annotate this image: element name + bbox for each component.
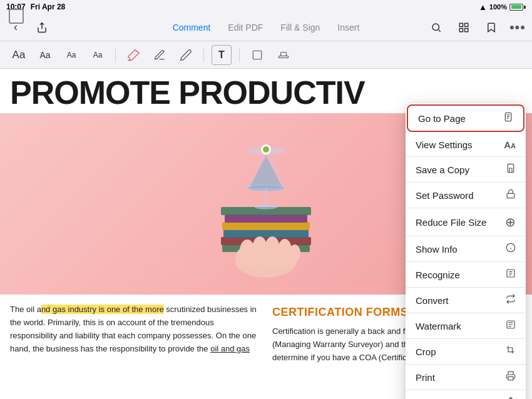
menu-item-save-copy[interactable]: Save a Copy — [406, 157, 526, 183]
watermark-icon — [506, 320, 516, 332]
toolbar-separator-3 — [239, 48, 240, 63]
nav-bar: ‹ Comment Edit PDF Fill & Sign Insert — [0, 14, 532, 41]
menu-item-label-show-info: Show Info — [416, 244, 458, 255]
recognize-icon — [506, 268, 516, 281]
tab-insert[interactable]: Insert — [329, 19, 368, 36]
reduce-file-size-icon: ⊕ — [505, 215, 516, 230]
print-icon — [506, 371, 516, 383]
svg-rect-14 — [225, 215, 307, 223]
svg-rect-5 — [464, 28, 468, 31]
save-copy-icon — [506, 163, 516, 176]
show-info-icon — [506, 243, 516, 255]
menu-item-crop[interactable]: Crop — [406, 339, 526, 365]
pen-tool-button[interactable] — [150, 45, 170, 65]
grid-button[interactable] — [454, 18, 473, 37]
menu-item-label-print: Print — [416, 372, 435, 383]
text-size-medium-button[interactable]: Aa — [35, 45, 55, 65]
menu-item-go-to-page[interactable]: Go to Page — [407, 104, 524, 132]
nav-right-controls: ••• — [427, 18, 526, 37]
svg-rect-12 — [223, 230, 309, 238]
main-content: PROMOTE PRODUCTIV — [0, 69, 532, 399]
share-icon — [506, 396, 516, 399]
highlight-tool-button[interactable] — [123, 45, 143, 65]
convert-icon — [506, 294, 516, 306]
svg-rect-7 — [253, 51, 262, 59]
highlighted-text: nd gas industry is one of the more — [41, 305, 164, 314]
menu-item-label-convert: Convert — [416, 295, 449, 306]
svg-line-1 — [438, 29, 440, 31]
pdf-left-text: The oil and gas industry is one of the m… — [10, 303, 260, 355]
menu-item-reduce-file-size[interactable]: Reduce File Size ⊕ — [406, 208, 526, 236]
svg-rect-2 — [459, 23, 463, 26]
tab-comment[interactable]: Comment — [164, 19, 220, 36]
nav-tabs: Comment Edit PDF Fill & Sign Insert — [164, 19, 369, 36]
wifi-icon: ▲ — [479, 3, 487, 12]
text-size-small-button[interactable]: Aa — [61, 45, 81, 65]
svg-rect-13 — [222, 222, 310, 230]
set-password-icon — [506, 189, 516, 201]
status-bar: 10:07 Fri Apr 28 ▲ 100% — [0, 0, 532, 14]
menu-item-label-recognize: Recognize — [416, 270, 460, 280]
menu-item-print[interactable]: Print — [406, 365, 526, 390]
shape-tool-button[interactable] — [247, 45, 267, 65]
battery-label: 100% — [489, 3, 507, 11]
pdf-col-left: The oil and gas industry is one of the m… — [10, 303, 260, 364]
search-button[interactable] — [427, 18, 446, 37]
text-size-large-button[interactable]: Aa — [9, 45, 29, 65]
svg-point-28 — [255, 205, 277, 209]
menu-item-label-go-to-page: Go to Page — [418, 113, 466, 124]
svg-point-20 — [265, 236, 280, 261]
tab-fill-sign[interactable]: Fill & Sign — [272, 19, 329, 36]
svg-rect-4 — [459, 28, 463, 31]
toolbar-separator-1 — [115, 48, 116, 63]
selection-tool[interactable] — [9, 9, 24, 24]
svg-marker-25 — [249, 156, 283, 188]
menu-item-share[interactable]: Share — [406, 390, 526, 399]
view-settings-icon: AA — [504, 139, 516, 150]
tab-edit-pdf[interactable]: Edit PDF — [219, 19, 272, 36]
menu-item-label-crop: Crop — [416, 346, 436, 357]
svg-point-0 — [432, 24, 439, 31]
menu-item-label-reduce-file-size: Reduce File Size — [416, 217, 486, 228]
underlined-text: oil and gas — [210, 344, 250, 353]
svg-rect-39 — [508, 376, 513, 380]
share-nav-button[interactable] — [33, 18, 51, 37]
pencil-tool-button[interactable] — [176, 45, 196, 65]
toolbar-separator-2 — [203, 48, 204, 63]
status-date: Fri Apr 28 — [31, 3, 66, 11]
text-size-xsmall-button[interactable]: Aa — [88, 45, 108, 65]
menu-item-label-view-settings: View Settings — [416, 139, 473, 150]
menu-item-show-info[interactable]: Show Info — [406, 236, 526, 262]
svg-rect-3 — [464, 23, 468, 26]
svg-point-30 — [263, 146, 269, 153]
battery-icon — [509, 4, 526, 11]
svg-point-22 — [289, 245, 300, 262]
menu-item-view-settings[interactable]: View Settings AA — [406, 133, 526, 157]
menu-item-recognize[interactable]: Recognize — [406, 262, 526, 288]
crop-icon — [506, 345, 516, 358]
text-tool-button[interactable]: T — [212, 45, 232, 65]
menu-item-label-set-password: Set Password — [416, 190, 474, 201]
menu-item-label-watermark: Watermark — [416, 321, 461, 331]
more-options-button[interactable]: ••• — [509, 19, 526, 36]
dropdown-menu: Go to Page View Settings AA Save a Copy … — [406, 103, 526, 399]
svg-rect-33 — [507, 193, 514, 198]
menu-item-set-password[interactable]: Set Password — [406, 183, 526, 208]
annotation-toolbar: Aa Aa Aa Aa T — [0, 41, 532, 69]
menu-item-watermark[interactable]: Watermark — [406, 313, 526, 339]
menu-item-convert[interactable]: Convert — [406, 288, 526, 313]
bookmark-button[interactable] — [482, 18, 501, 37]
status-right: ▲ 100% — [479, 3, 526, 12]
stamp-tool-button[interactable] — [274, 45, 294, 65]
menu-item-label-save-copy: Save a Copy — [416, 164, 469, 175]
svg-rect-9 — [281, 52, 287, 56]
go-to-page-icon — [503, 112, 513, 124]
